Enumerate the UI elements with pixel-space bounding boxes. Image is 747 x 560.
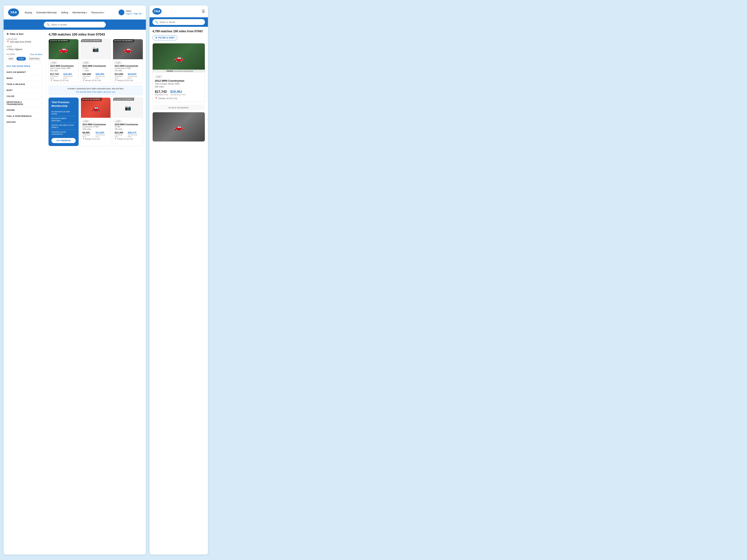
mobile-filter-sort-button[interactable]: ⚙ FILTER & SORT [152,35,177,40]
filter-body[interactable]: BODY › [6,87,43,93]
login-link[interactable]: Log In / Sign Up [126,12,141,15]
mobile-search-input[interactable] [160,21,202,24]
mobile-condition-badge: USED [155,76,162,78]
mobile-card-image-wrap: 🚗 [153,112,205,141]
days-on-market-badge: 32 DAYS ON MARKET [81,39,102,42]
car-image: 🚗 [49,39,78,59]
desktop-search-input[interactable] [51,23,103,26]
price-row: $13,500 Advertised Price $19,633 Out-the… [114,73,141,79]
location-pin-icon: 📍 [114,79,117,81]
chevron-right-icon: › [42,89,43,91]
card-location: 📍 Totowa, NJ (0.5 mi) [50,79,77,81]
premium-membership-card[interactable]: YAA Premium Membership On-demand car dea… [49,98,79,146]
filter-year-mileage[interactable]: YEAR & MILEAGE › [6,81,43,87]
card-location: 📍 Verona, NJ (0.3 mi) [82,79,109,81]
search-icon: 🔍 [155,21,158,24]
otd-price-label: Out-the-Door Price [96,134,109,138]
table-row[interactable]: 📷 27 DAYS ON MARKET USED 2019 MINI Count… [113,98,143,146]
mobile-header: YAA ☰ [150,5,208,17]
otd-price-block: $38,273 Out-the-Door Price [128,131,141,138]
otd-price: $19,633 [128,73,141,76]
go-premium-button[interactable]: GO PREMIUM [51,138,76,143]
chevron-right-icon: › [42,77,43,79]
otd-price-label: Out-the-Door Price [63,76,77,79]
filter-fuel[interactable]: FUEL & PERFORMANCE › [6,113,43,119]
premium-feature-3: Get the real value of your trade-in [51,123,76,130]
clear-filters-button[interactable]: Clear all filters [30,53,43,55]
table-row[interactable]: 🚗 32 DAYS ON MARKET USED 2012 MINI Count… [49,39,79,83]
avatar[interactable]: 👤 [119,9,124,15]
filter-body-label: BODY [6,89,13,91]
mobile-car-trim: John Cooper Works 4WD [155,83,203,85]
filter-make-label: MAKE [6,77,13,79]
filter-otd-label: OUT-THE-DOOR PRICE [6,65,30,67]
search-icon: 🔍 [47,23,50,26]
chevron-right-icon: › [42,115,43,117]
chevron-right-icon: › [42,95,43,98]
filter-out-the-door-price[interactable]: OUT-THE-DOOR PRICE › [6,63,43,69]
mobile-card-body: USED 2012 MINI Countryman John Cooper Wo… [153,73,205,102]
nav-resources[interactable]: Resources [92,11,104,14]
filters-label: FILTERS [6,53,15,55]
table-row[interactable]: 🚗 36 DAYS ON MARKET USED 2013 MINI Count… [113,39,143,83]
otd-price: $38,273 [128,131,141,134]
mobile-otd-price: $19,461 [170,90,186,94]
chevron-right-icon: › [42,71,43,74]
otd-price-block: $19,461 Out-the-Door Price [63,73,77,79]
adv-price-label: Advertised Price [114,134,126,138]
filter-history[interactable]: HISTORY › [6,119,43,125]
premium-feature-2: Access to claims advocates [51,116,76,123]
filter-dom-label: DAYS ON MARKET [6,71,26,73]
dealer-label: AUTOMOTIVE DEALERSHIP [174,70,193,72]
otd-price-label: Out-the-Door Price [96,76,109,79]
filter-drivetrain[interactable]: DRIVETRAIN &TRANSMISSION › [6,99,43,107]
filter-days-on-market[interactable]: DAYS ON MARKET › [6,69,43,75]
list-item[interactable]: 🚗 [152,112,205,142]
info-bar-line1: A dealer's advertised price hides estima… [51,87,140,90]
otd-price: $36,294 [96,73,109,76]
hamburger-menu-icon[interactable]: ☰ [202,9,205,14]
filter-pill-used[interactable]: USED [17,57,26,60]
advertised-price-block: $30,980 Advertised Price [82,73,94,79]
nav-extended-warranty[interactable]: Extended Warranty [36,11,57,14]
filter-sort-label: Filter & Sort [10,33,23,35]
desktop-search-wrap[interactable]: 🔍 [44,22,106,28]
nav-selling[interactable]: Selling [61,11,68,14]
nav-buying[interactable]: Buying [25,11,32,14]
mobile-search-wrap[interactable]: 🔍 [152,19,205,25]
advertised-price: $30,980 [82,73,94,76]
filter-sort-button[interactable]: ⚙ Filter & Sort [6,33,43,35]
car-miles: 125k miles [82,128,109,130]
otd-price: $13,683 [96,131,109,134]
condition-badge: USED [82,120,89,123]
adv-price-label: Advertised Price [114,76,126,79]
desktop-logo[interactable]: YAA [8,8,19,17]
desktop-header: YAA Buying Extended Warranty Selling Mem… [4,5,146,20]
advertised-price: $17,743 [50,73,62,76]
sidebar-sort-section: SORT ≡ Price: Highest [6,46,43,51]
card-body: USED 2013 MINI Countryman Countryman S F… [113,59,143,83]
filter-fuel-label: FUEL & PERFORMANCE [6,115,32,117]
nav-membership[interactable]: Membership [73,11,87,14]
filter-icon: ⚙ [155,36,157,39]
dealer-watermark: ⚡ PENSKE AUTOMOTIVE DEALERSHIP [153,70,205,73]
advertised-price: $8,995 [82,131,94,134]
mobile-car-image: 🚗 [153,112,205,141]
filter-make[interactable]: MAKE › [6,75,43,81]
filter-pill-certified[interactable]: CERTIFIED [27,57,42,60]
mobile-logo[interactable]: YAA [152,8,161,15]
filter-year-label: YEAR & MILEAGE [6,83,25,85]
filter-engine[interactable]: ENGINE › [6,107,43,113]
mobile-car-image: 🚗 [153,44,205,73]
filter-color[interactable]: COLOR › [6,93,43,99]
car-cards-grid: 🚗 32 DAYS ON MARKET USED 2012 MINI Count… [49,39,143,146]
table-row[interactable]: 🚗 29 DAYS ON MARKET USED 2014 MINI Count… [81,98,111,146]
list-item[interactable]: 🚗 32 DAYS ON MARKET ⚡ PENSKE AUTOMOTIVE … [152,43,205,102]
table-row[interactable]: 📷 32 DAYS ON MARKET USED 2019 MINI Count… [81,39,111,83]
sort-value: ≡ Price: Highest [6,48,43,51]
no-photo-placeholder: 📷 [81,39,111,59]
filter-pill-new[interactable]: NEW [6,57,15,60]
advertised-price: $33,395 [114,131,126,134]
condition-badge: USED [114,61,122,64]
filter-drivetrain-label: DRIVETRAIN &TRANSMISSION [6,101,23,105]
